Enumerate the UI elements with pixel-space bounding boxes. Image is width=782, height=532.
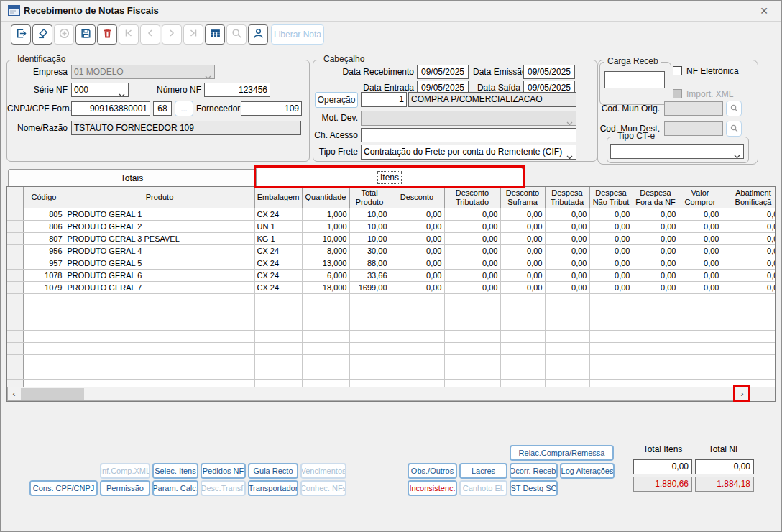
grid-cell[interactable]: 806 (23, 221, 65, 233)
grid-cell[interactable] (444, 355, 500, 367)
cons-cpf-cnpj-button[interactable]: Cons. CPF/CNPJ (29, 480, 98, 496)
scrollbar-thumb[interactable] (21, 388, 84, 400)
grid-cell[interactable] (632, 306, 678, 318)
grid-cell[interactable]: 0,00 (545, 208, 589, 221)
grid-cell[interactable]: 0,00 (722, 221, 775, 233)
scroll-right-arrow[interactable]: › (736, 387, 748, 400)
grid-cell[interactable]: 88,00 (349, 257, 390, 270)
grid-row-selector[interactable] (7, 306, 23, 318)
grid-cell[interactable] (65, 318, 254, 331)
grid-cell[interactable] (254, 331, 302, 343)
grid-cell[interactable]: 0,00 (678, 208, 722, 221)
grid-cell[interactable] (545, 367, 589, 380)
grid-cell[interactable]: 0,00 (545, 233, 589, 245)
grid-cell[interactable] (632, 331, 678, 343)
grid-cell[interactable]: 0,00 (632, 245, 678, 257)
tipo-frete-select[interactable]: Contratação do Frete por conta do Remete… (361, 145, 576, 160)
search-button[interactable] (226, 24, 247, 45)
grid-cell[interactable]: 0,00 (632, 233, 678, 245)
clear-button[interactable] (32, 24, 52, 45)
grid-cell[interactable]: PRODUTO GERAL 4 (65, 245, 254, 257)
grid-cell[interactable]: 1,000 (302, 208, 349, 221)
grid-cell[interactable] (23, 355, 65, 367)
grid-cell[interactable]: 0,00 (589, 257, 632, 270)
grid-cell[interactable] (302, 331, 349, 343)
grid-empty-row[interactable] (7, 294, 775, 306)
grid-empty-row[interactable] (7, 367, 775, 380)
grid-cell[interactable] (722, 331, 775, 343)
grid-cell[interactable] (23, 306, 65, 318)
grid-cell[interactable]: 0,00 (390, 257, 444, 270)
grid-cell[interactable] (678, 343, 722, 355)
grid-cell[interactable] (545, 318, 589, 331)
grid-row-selector[interactable] (7, 245, 23, 257)
grid-cell[interactable]: 1,000 (302, 221, 349, 233)
grid-cell[interactable] (722, 380, 775, 387)
fornecedor-browse-button[interactable]: ... (175, 101, 193, 116)
grid-cell[interactable] (678, 355, 722, 367)
grid-cell[interactable] (589, 343, 632, 355)
grid-cell[interactable]: PRODUTO GERAL 2 (65, 221, 254, 233)
grid-row-selector[interactable] (7, 233, 23, 245)
grid-column-header[interactable]: Despesa Fora da NF (632, 187, 678, 208)
grid-cell[interactable] (500, 367, 545, 380)
vencimentos-button[interactable]: Vencimentos (300, 463, 346, 479)
grid-cell[interactable] (444, 306, 500, 318)
grid-cell[interactable] (23, 380, 65, 387)
permissao-button[interactable]: Permissão (100, 480, 150, 496)
grid-column-header[interactable]: Desconto Suframa (500, 187, 545, 208)
grid-cell[interactable] (390, 380, 444, 387)
grid-column-header[interactable]: Valor Compror (678, 187, 722, 208)
cod-mun-orig-input[interactable] (664, 101, 723, 116)
grid-cell[interactable]: 807 (23, 233, 65, 245)
tab-totais[interactable]: Totais (8, 169, 256, 187)
import-xml-checkbox[interactable] (673, 89, 682, 98)
grid-cell[interactable] (390, 331, 444, 343)
canhoto-el-button[interactable]: Canhoto El. (459, 480, 507, 496)
grid-cell[interactable] (65, 306, 254, 318)
grid-cell[interactable]: 0,00 (589, 233, 632, 245)
operacao-button[interactable]: Operação (315, 92, 358, 108)
grid-cell[interactable]: 0,00 (500, 257, 545, 270)
grid-cell[interactable]: 0,00 (390, 270, 444, 282)
fornecedor-input[interactable]: 109 (241, 101, 302, 116)
grid-cell[interactable] (678, 380, 722, 387)
grid-cell[interactable]: 0,00 (589, 208, 632, 221)
grid-column-header[interactable]: Despesa Não Tribut (589, 187, 632, 208)
grid-cell[interactable] (722, 318, 775, 331)
inconsistenc-button[interactable]: Inconsistenc. (408, 480, 457, 496)
grid-cell[interactable] (444, 331, 500, 343)
grid-cell[interactable]: 0,00 (390, 282, 444, 294)
horizontal-scrollbar[interactable]: ‹ › (7, 387, 749, 401)
grid-cell[interactable] (254, 367, 302, 380)
grid-cell[interactable]: 0,00 (545, 270, 589, 282)
grid-cell[interactable] (545, 294, 589, 306)
grid-cell[interactable]: CX 24 (254, 208, 302, 221)
grid-cell[interactable] (65, 294, 254, 306)
grid-cell[interactable]: 0,00 (722, 270, 775, 282)
param-calc-button[interactable]: Param. Calc. (152, 480, 198, 496)
grid-cell[interactable] (500, 294, 545, 306)
grid-cell[interactable] (722, 355, 775, 367)
grid-cell[interactable]: 0,00 (444, 270, 500, 282)
grid-cell[interactable]: 0,00 (545, 221, 589, 233)
desc-transf-button[interactable]: Desc.Transf. (201, 480, 246, 496)
grid-cell[interactable]: 0,00 (632, 221, 678, 233)
grid-cell[interactable] (349, 331, 390, 343)
grid-row-selector[interactable] (7, 331, 23, 343)
tipo-cte-select[interactable] (610, 144, 744, 159)
grid-cell[interactable]: 0,00 (390, 245, 444, 257)
grid-cell[interactable]: PRODUTO GERAL 5 (65, 257, 254, 270)
grid-cell[interactable]: 0,00 (444, 233, 500, 245)
delete-button[interactable] (97, 24, 117, 45)
grid-cell[interactable] (678, 331, 722, 343)
grid-cell[interactable] (632, 367, 678, 380)
grid-row-selector[interactable] (7, 294, 23, 306)
grid-column-header[interactable]: Abatiment Bonificaçã (722, 187, 775, 208)
grid-cell[interactable]: 33,66 (349, 270, 390, 282)
grid-cell[interactable] (254, 306, 302, 318)
grid-cell[interactable] (390, 367, 444, 380)
grid-cell[interactable] (500, 306, 545, 318)
grid-cell[interactable] (632, 343, 678, 355)
grid-cell[interactable]: CX 24 (254, 282, 302, 294)
